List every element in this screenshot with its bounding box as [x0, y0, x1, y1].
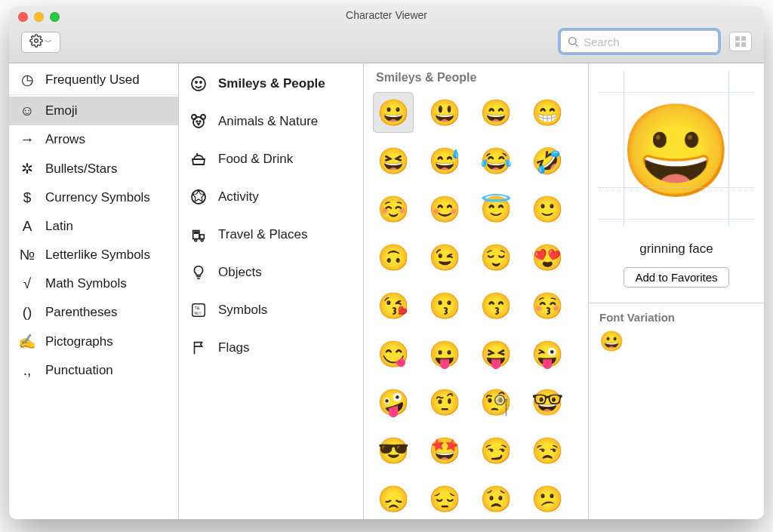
emoji-cell[interactable]: 😋: [373, 334, 414, 374]
emoji-cell[interactable]: 😔: [424, 478, 465, 519]
sidebar-item-parentheses[interactable]: ()Parentheses: [9, 298, 178, 327]
flags-icon: [189, 339, 208, 357]
subcategory-food-drink[interactable]: Food & Drink: [179, 140, 363, 178]
svg-rect-19: [196, 232, 198, 233]
subcategory-activity[interactable]: Activity: [179, 178, 363, 216]
emoji-cell[interactable]: 🙂: [527, 189, 568, 229]
add-to-favorites-button[interactable]: Add to Favorites: [624, 267, 728, 288]
emoji-cell[interactable]: 😙: [476, 285, 516, 326]
emoji-cell[interactable]: 😍: [527, 237, 568, 278]
svg-point-4: [196, 81, 197, 83]
subcategory-label: Smileys & People: [218, 76, 325, 91]
emoji-cell[interactable]: 😌: [476, 237, 516, 278]
smileys-people-icon: [189, 75, 208, 93]
emoji-cell[interactable]: 😃: [424, 92, 465, 133]
preview-glyph: 😀: [620, 105, 733, 195]
category-sidebar: ◷Frequently Used☺Emoji→Arrows✲Bullets/St…: [9, 63, 179, 519]
svg-point-16: [195, 239, 197, 241]
emoji-cell[interactable]: 😚: [527, 285, 568, 326]
emoji-cell[interactable]: 😏: [476, 430, 516, 471]
emoji-cell[interactable]: 😟: [476, 478, 516, 519]
sidebar-item-arrows[interactable]: →Arrows: [9, 125, 178, 154]
emoji-cell[interactable]: 😅: [424, 140, 465, 181]
sidebar-item-punctuation[interactable]: .,Punctuation: [9, 356, 178, 385]
emoji-cell[interactable]: 😜: [527, 334, 568, 374]
font-variation-list: 😀: [589, 328, 764, 354]
emoji-cell[interactable]: 😁: [527, 92, 568, 133]
emoji-cell[interactable]: 😇: [476, 189, 516, 229]
emoji-cell[interactable]: 🤣: [527, 140, 568, 181]
emoji-icon: ☺: [18, 103, 36, 119]
subcategory-smileys-people[interactable]: Smileys & People: [179, 65, 363, 103]
sidebar-item-label: Punctuation: [45, 363, 113, 378]
sidebar-item-pictographs[interactable]: ✍Pictographs: [9, 327, 178, 356]
emoji-cell[interactable]: 🤪: [373, 382, 414, 423]
arrows-icon: →: [18, 131, 36, 148]
subcategory-animals-nature[interactable]: Animals & Nature: [179, 103, 363, 140]
punctuation-icon: .,: [18, 362, 36, 379]
svg-point-5: [200, 81, 202, 83]
character-viewer-window: Character Viewer ﹀ ◷Frequently Used☺Emoj…: [9, 6, 764, 519]
sidebar-item-math-symbols[interactable]: √Math Symbols: [9, 269, 178, 298]
search-field[interactable]: [560, 30, 719, 53]
subcategory-label: Flags: [218, 340, 250, 355]
character-preview: 😀: [589, 63, 764, 237]
sidebar-item-frequently-used[interactable]: ◷Frequently Used: [9, 65, 178, 95]
emoji-cell[interactable]: 😆: [373, 140, 414, 181]
sidebar-item-latin[interactable]: ALatin: [9, 212, 178, 241]
svg-point-17: [201, 239, 203, 241]
emoji-cell[interactable]: 😄: [476, 92, 516, 133]
toggle-compact-button[interactable]: [729, 32, 752, 51]
emoji-cell[interactable]: 😘: [373, 285, 414, 326]
emoji-cell[interactable]: 🤨: [424, 382, 465, 423]
emoji-cell[interactable]: 😝: [476, 334, 516, 374]
emoji-cell[interactable]: 😗: [424, 285, 465, 326]
window-title: Character Viewer: [9, 9, 764, 21]
sidebar-item-label: Emoji: [45, 103, 78, 118]
search-input[interactable]: [584, 35, 712, 48]
svg-point-8: [201, 115, 205, 119]
svg-point-1: [569, 38, 576, 45]
emoji-cell[interactable]: 😛: [424, 334, 465, 374]
subcategory-flags[interactable]: Flags: [179, 329, 363, 367]
latin-icon: A: [18, 218, 36, 235]
subcategory-objects[interactable]: Objects: [179, 254, 363, 291]
sidebar-item-letterlike-symbols[interactable]: №Letterlike Symbols: [9, 241, 178, 269]
svg-line-2: [575, 44, 577, 46]
subcategory-symbols[interactable]: T&%☆Symbols: [179, 291, 363, 329]
font-variation-glyph[interactable]: 😀: [599, 330, 624, 352]
subcategory-label: Activity: [218, 189, 259, 204]
sidebar-item-label: Bullets/Stars: [45, 161, 117, 177]
sidebar-item-emoji[interactable]: ☺Emoji: [9, 97, 178, 125]
emoji-cell[interactable]: 🤓: [527, 382, 568, 423]
emoji-cell[interactable]: 😎: [373, 430, 414, 471]
currency-symbols-icon: $: [18, 189, 36, 206]
emoji-cell[interactable]: 🧐: [476, 382, 516, 423]
action-menu-button[interactable]: ﹀: [21, 32, 60, 53]
travel-places-icon: [189, 226, 208, 244]
sidebar-item-currency-symbols[interactable]: $Currency Symbols: [9, 183, 178, 212]
activity-icon: [189, 188, 208, 206]
emoji-cell[interactable]: 😞: [373, 478, 414, 519]
svg-point-0: [35, 39, 38, 43]
emoji-cell[interactable]: ☺️: [373, 189, 414, 229]
svg-rect-18: [195, 232, 196, 233]
emoji-cell[interactable]: 🤩: [424, 430, 465, 471]
emoji-cell[interactable]: 😊: [424, 189, 465, 229]
sidebar-item-bullets-stars[interactable]: ✲Bullets/Stars: [9, 154, 178, 183]
emoji-cell[interactable]: 😉: [424, 237, 465, 278]
search-icon: [567, 35, 579, 48]
font-variation-heading: Font Variation: [589, 303, 764, 328]
gear-icon: [29, 34, 43, 51]
sidebar-item-label: Letterlike Symbols: [45, 248, 150, 263]
character-grid-panel: Smileys & People 😀😃😄😁😆😅😂🤣☺️😊😇🙂🙃😉😌😍😘😗😙😚😋😛…: [364, 63, 589, 519]
emoji-cell[interactable]: 😕: [527, 478, 568, 519]
symbols-icon: T&%☆: [189, 301, 208, 319]
emoji-cell[interactable]: 🙃: [373, 237, 414, 278]
subcategory-travel-places[interactable]: Travel & Places: [179, 216, 363, 254]
subcategory-list: Smileys & PeopleAnimals & NatureFood & D…: [179, 63, 364, 519]
emoji-cell[interactable]: 😀: [373, 92, 414, 133]
pictographs-icon: ✍: [18, 333, 36, 350]
emoji-cell[interactable]: 😂: [476, 140, 516, 181]
emoji-cell[interactable]: 😒: [527, 430, 568, 471]
